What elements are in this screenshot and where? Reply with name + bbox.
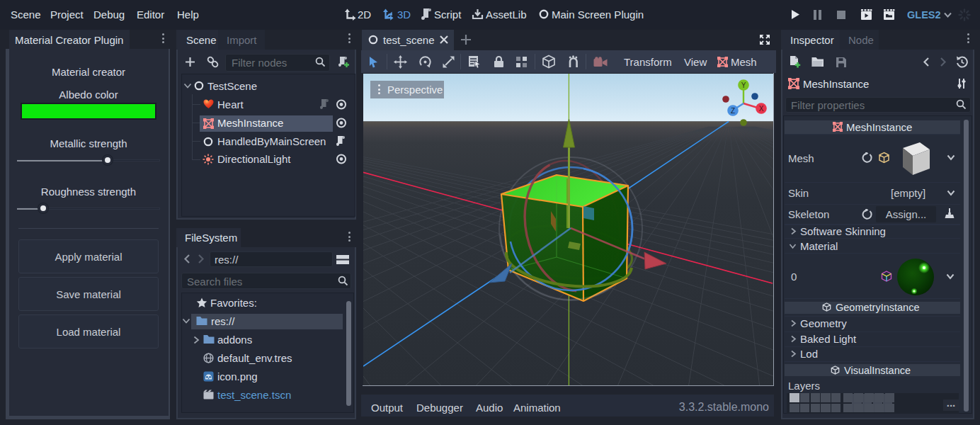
- svg-text:Y: Y: [741, 81, 746, 89]
- svg-text:X: X: [759, 105, 764, 113]
- svg-text:Z: Z: [731, 107, 735, 115]
